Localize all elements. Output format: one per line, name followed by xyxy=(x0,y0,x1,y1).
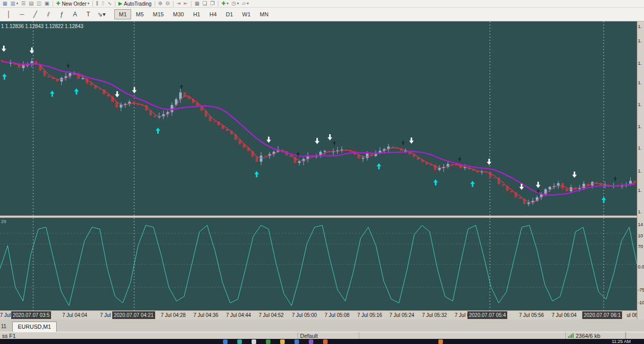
arrows-tool[interactable]: ⇘▾ xyxy=(95,9,108,20)
templates-button[interactable]: ▱▾ xyxy=(240,0,250,7)
time-axis-label: 7 Jul 05:24 xyxy=(389,312,414,318)
time-axis-label: 7 Jul 05:32 xyxy=(422,312,447,318)
timeframe-button-mn[interactable]: MN xyxy=(255,9,273,19)
profiles-button[interactable]: ▥▾ xyxy=(9,0,19,7)
time-axis-label-highlighted: 2020.07.07 06:1 xyxy=(582,311,622,319)
taskbar-app-icon[interactable] xyxy=(266,339,270,344)
scale-label: 70 xyxy=(638,244,643,249)
autotrading-button[interactable]: ▶AutoTrading xyxy=(117,0,153,7)
connection-traffic-text: 2364/6 kb xyxy=(576,333,600,339)
scale-label: -10 xyxy=(638,300,644,305)
periods-icon: ◷ xyxy=(232,1,236,6)
taskbar-app-icon[interactable] xyxy=(309,339,313,344)
time-axis-label: 7 Jul 05:56 xyxy=(519,312,544,318)
horizontal-line-tool[interactable]: ─ xyxy=(15,9,29,20)
navigator-button[interactable]: ◫ xyxy=(35,0,43,7)
timeframe-button-h4[interactable]: H4 xyxy=(205,9,221,19)
toolbar-separator xyxy=(218,1,218,7)
status-bar: ss F1 Default 2364/6 kb xyxy=(0,332,644,339)
status-profile[interactable]: Default xyxy=(298,332,359,339)
chart-shift-button[interactable]: ⇤ xyxy=(182,0,189,7)
zoom-in-button[interactable]: ⊕ xyxy=(157,0,164,7)
timeframe-button-m15[interactable]: M15 xyxy=(148,9,168,19)
time-axis-label: 7 Jul 04:28 xyxy=(161,312,186,318)
taskbar-app-icon[interactable] xyxy=(438,339,443,344)
tile-windows-button[interactable]: ❏ xyxy=(201,0,209,7)
fibonacci-tool[interactable]: ƒ xyxy=(55,9,68,20)
market-watch-button[interactable]: ☰ xyxy=(19,0,27,7)
indicators-icon: ✚ xyxy=(221,1,226,6)
status-connection[interactable]: 2364/6 kb xyxy=(565,332,626,339)
time-axis-label: 7 Jul 05:00 xyxy=(292,312,317,318)
scale-label: 1. xyxy=(638,102,642,107)
time-axis[interactable]: 7 Jul 02020.07.07 03:57 Jul 04:047 Jul 0… xyxy=(0,310,637,320)
trendline-tool[interactable]: ╱ xyxy=(29,9,42,20)
taskbar-app-icon[interactable] xyxy=(223,339,228,344)
data-window-button[interactable]: ▤ xyxy=(27,0,35,7)
price-scale[interactable]: 1.1.1.1.1.1.1.1.1.1.1410700.0-75-10 xyxy=(637,21,644,320)
oscillator-canvas[interactable] xyxy=(0,218,637,310)
chart-tabs: EURUSD,M1 xyxy=(0,322,57,332)
price-chart-pane[interactable]: 1 1.12836 1.12843 1.12822 1.12843 xyxy=(0,21,637,215)
new-chart-button[interactable]: ▦ xyxy=(1,0,9,7)
timeframe-button-m1[interactable]: M1 xyxy=(114,9,131,19)
status-help-text: ss F1 xyxy=(0,332,298,339)
toolbar-separator xyxy=(115,1,115,7)
time-axis-label: 7 Jul 04:44 xyxy=(226,312,251,318)
time-axis-label: 7 Jul 05:16 xyxy=(357,312,382,318)
zoom-out-button[interactable]: ⊖ xyxy=(164,0,171,7)
zoom-out-icon: ⊖ xyxy=(165,1,169,6)
indicators-dropdown-icon: ▾ xyxy=(227,2,229,6)
scale-label: 1. xyxy=(638,124,642,129)
toolbar-separator xyxy=(92,1,93,7)
taskbar-app-icon[interactable] xyxy=(280,339,285,344)
timeframe-button-d1[interactable]: D1 xyxy=(221,9,238,19)
toolbar-separator xyxy=(53,1,53,7)
auto-scroll-button[interactable]: ⇥ xyxy=(175,0,182,7)
timeframe-button-m5[interactable]: M5 xyxy=(131,9,148,19)
taskbar-app-icon[interactable] xyxy=(294,339,299,344)
scale-label: -75 xyxy=(638,287,644,292)
profiles-dropdown-icon: ▾ xyxy=(16,2,18,6)
templates-icon: ▱ xyxy=(242,1,246,6)
market-watch-icon: ☰ xyxy=(21,1,26,6)
main-toolbar: ▦▥▾☰▤◫▣✚New Order▾⫼⌷∿▶AutoTrading⊕⊖⇥⇤▦❏❐… xyxy=(0,0,644,8)
terminal-button[interactable]: ▣ xyxy=(43,0,51,7)
candlestick-chart-button[interactable]: ⌷ xyxy=(100,0,106,7)
periods-button[interactable]: ◷▾ xyxy=(230,0,240,7)
status-spacer xyxy=(359,332,565,339)
cascade-windows-button[interactable]: ❐ xyxy=(209,0,216,7)
price-chart-canvas[interactable] xyxy=(0,21,637,215)
windows-taskbar[interactable]: 11:25 AM xyxy=(0,339,644,344)
timeframe-button-w1[interactable]: W1 xyxy=(238,9,256,19)
tab-fragment: 11 xyxy=(1,324,6,329)
taskbar-app-icon[interactable] xyxy=(252,339,256,344)
vertical-line-tool[interactable]: │ xyxy=(2,9,15,20)
templates-dropdown-icon: ▾ xyxy=(247,2,249,6)
time-axis-label: 7 Jul 04:36 xyxy=(193,312,218,318)
new-order-label: New Order xyxy=(62,1,86,7)
line-chart-button[interactable]: ∿ xyxy=(106,0,113,7)
chart-tab-eurusd-m1[interactable]: EURUSD,M1 xyxy=(12,322,57,332)
time-axis-label: ul 06:20 xyxy=(627,312,637,318)
scale-label: 1. xyxy=(638,188,642,193)
indicator-pane[interactable]: 29 xyxy=(0,218,637,310)
bar-chart-button[interactable]: ⫼ xyxy=(94,0,100,7)
label-tool[interactable]: T xyxy=(82,9,95,20)
connection-bars-icon xyxy=(568,333,574,338)
taskbar-app-icon[interactable] xyxy=(323,339,328,344)
tile-windows-icon: ❏ xyxy=(203,1,207,6)
candlestick-chart-icon: ⌷ xyxy=(102,1,105,6)
grid-button[interactable]: ▦ xyxy=(193,0,201,7)
status-end-cell xyxy=(626,332,644,339)
zoom-in-icon: ⊕ xyxy=(158,1,162,6)
taskbar-app-icon[interactable] xyxy=(237,339,242,344)
indicators-button[interactable]: ✚▾ xyxy=(220,0,230,7)
scale-label: 14 xyxy=(638,222,643,227)
timeframe-button-m30[interactable]: M30 xyxy=(168,9,188,19)
line-studies-toolbar: │─╱⫽ƒAT⇘▾ M1M5M15M30H1H4D1W1MN xyxy=(0,8,644,21)
channel-tool[interactable]: ⫽ xyxy=(42,9,55,20)
timeframe-button-h1[interactable]: H1 xyxy=(188,9,205,19)
new-order-button[interactable]: ✚New Order▾ xyxy=(55,0,91,7)
text-tool[interactable]: A xyxy=(68,9,82,20)
